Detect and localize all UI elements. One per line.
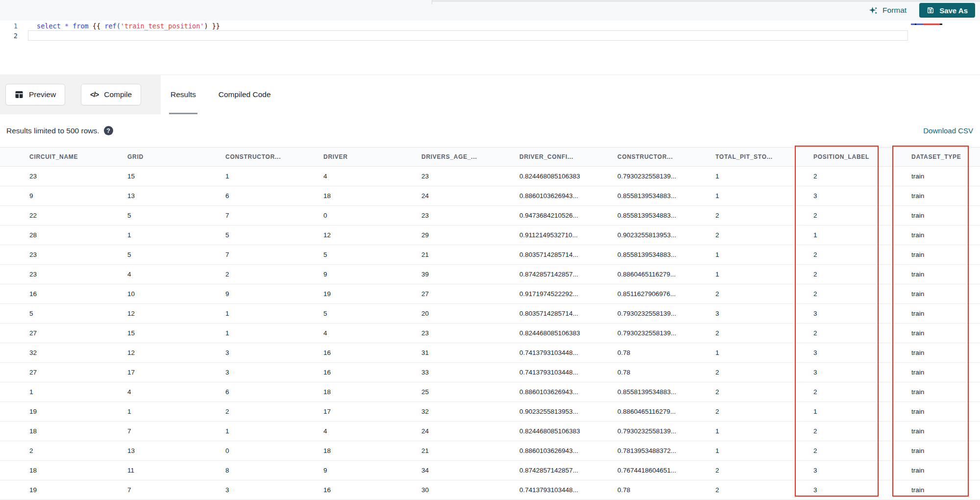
table-cell: 0.78 [588, 343, 686, 362]
table-cell: 9 [196, 284, 294, 303]
table-cell: 3 [196, 343, 294, 362]
table-cell: train [882, 284, 980, 303]
editor-minimap[interactable] [909, 21, 980, 75]
table-cell: 0.7930232558139... [588, 324, 686, 343]
preview-label: Preview [29, 90, 56, 99]
table-cell: 23 [392, 324, 490, 343]
column-header-drivers_age_: DRIVERS_AGE_... [392, 148, 490, 166]
table-cell: 0.8511627906976... [588, 284, 686, 303]
table-cell: 0.8742857142857... [490, 265, 588, 284]
table-cell: 1 [686, 441, 784, 460]
results-info-bar: Results limited to 500 rows. ? Download … [0, 114, 980, 147]
format-button[interactable]: Format [869, 6, 906, 15]
table-cell: 2 [686, 225, 784, 245]
line-number-2: 2 [0, 31, 18, 41]
table-cell: train [882, 343, 980, 362]
table-cell: 17 [294, 402, 392, 421]
table-cell: 32 [392, 402, 490, 421]
table-cell: 30 [392, 480, 490, 500]
table-cell: 19 [0, 480, 98, 500]
table-cell: 16 [294, 480, 392, 500]
table-cell: train [882, 167, 980, 186]
table-cell: train [882, 480, 980, 500]
table-row: 231514230.8244680851063830.7930232558139… [0, 167, 980, 186]
tab-compiled-code[interactable]: Compiled Code [219, 75, 271, 114]
save-icon [927, 6, 934, 14]
download-csv-link[interactable]: Download CSV [923, 114, 973, 147]
table-cell: 18 [294, 382, 392, 401]
sparkle-icon [869, 6, 878, 15]
table-cell: 2 [784, 245, 882, 264]
table-cell: 15 [98, 167, 196, 186]
code-token: * [65, 22, 69, 30]
table-cell: train [882, 324, 980, 343]
save-as-button[interactable]: Save As [919, 3, 975, 18]
table-row: 191217320.9023255813953...0.886046511627… [0, 402, 980, 422]
table-cell: 0.8558139534883... [588, 206, 686, 225]
table-cell: 2 [784, 441, 882, 460]
table-cell: 0.824468085106383 [490, 324, 588, 343]
table-cell: 9 [0, 186, 98, 205]
table-cell: 24 [392, 422, 490, 441]
column-header-grid: GRID [98, 148, 196, 166]
table-cell: 0.9171974522292... [490, 284, 588, 303]
table-cell: 1 [686, 167, 784, 186]
table-cell: train [882, 441, 980, 460]
table-cell: 0.824468085106383 [490, 422, 588, 441]
column-header-position_label: POSITION_LABEL [784, 148, 882, 166]
table-cell: 7 [98, 480, 196, 500]
table-cell: 19 [294, 284, 392, 303]
table-cell: 2 [0, 441, 98, 460]
table-cell: 28 [0, 225, 98, 245]
table-cell: 2 [784, 265, 882, 284]
table-cell: 5 [0, 304, 98, 323]
table-cell: 0.8558139534883... [588, 186, 686, 205]
code-token [61, 22, 65, 30]
table-cell: 20 [392, 304, 490, 323]
table-cell: 3 [784, 363, 882, 382]
table-cell: 2 [686, 461, 784, 480]
toolbar-left: Preview </> Compile [0, 75, 161, 114]
table-cell: 1 [98, 402, 196, 421]
table-cell: 0.7930232558139... [588, 167, 686, 186]
editor-header: Format Save As [0, 0, 980, 21]
table-row: 913618240.8860103626943...0.855813953488… [0, 186, 980, 206]
table-cell: 39 [392, 265, 490, 284]
table-row: 271514230.8244680851063830.7930232558139… [0, 324, 980, 343]
code-token: select [37, 22, 61, 30]
table-cell: 1 [686, 343, 784, 362]
table-cell: 1 [196, 324, 294, 343]
table-cell: 18 [294, 186, 392, 205]
tab-results[interactable]: Results [171, 75, 196, 114]
table-cell: 4 [294, 422, 392, 441]
preview-button[interactable]: Preview [5, 84, 65, 105]
table-cell: 2 [686, 382, 784, 401]
table-row: 213018210.8860103626943...0.781395348837… [0, 441, 980, 461]
table-cell: 0.8860103626943... [490, 382, 588, 401]
table-cell: 0.8860103626943... [490, 441, 588, 460]
table-cell: 2 [784, 324, 882, 343]
table-cell: 0.7413793103448... [490, 363, 588, 382]
table-cell: train [882, 382, 980, 401]
table-cell: 0.7930232558139... [588, 422, 686, 441]
table-row: 14618250.8860103626943...0.8558139534883… [0, 382, 980, 402]
table-cell: train [882, 265, 980, 284]
table-cell: 12 [98, 343, 196, 362]
table-cell: 5 [98, 206, 196, 225]
column-header-dataset_type: DATASET_TYPE [882, 148, 980, 166]
table-cell: 2 [686, 324, 784, 343]
table-cell: 2 [784, 167, 882, 186]
compile-button[interactable]: </> Compile [81, 84, 141, 105]
table-cell: 1 [686, 186, 784, 205]
tab-results-label: Results [171, 90, 196, 99]
table-row: 181189340.8742857142857...0.767441860465… [0, 461, 980, 480]
table-cell: 15 [98, 324, 196, 343]
sql-editor[interactable]: 1 2 select * from {{ ref('train_test_pos… [0, 21, 980, 75]
table-cell: train [882, 402, 980, 421]
table-cell: 0.7413793103448... [490, 480, 588, 500]
table-cell: 0.8035714285714... [490, 304, 588, 323]
table-cell: 0.9023255813953... [588, 225, 686, 245]
table-row: 197316300.7413793103448...0.7823train [0, 480, 980, 500]
table-cell: 0.824468085106383 [490, 167, 588, 186]
help-icon[interactable]: ? [104, 126, 113, 135]
